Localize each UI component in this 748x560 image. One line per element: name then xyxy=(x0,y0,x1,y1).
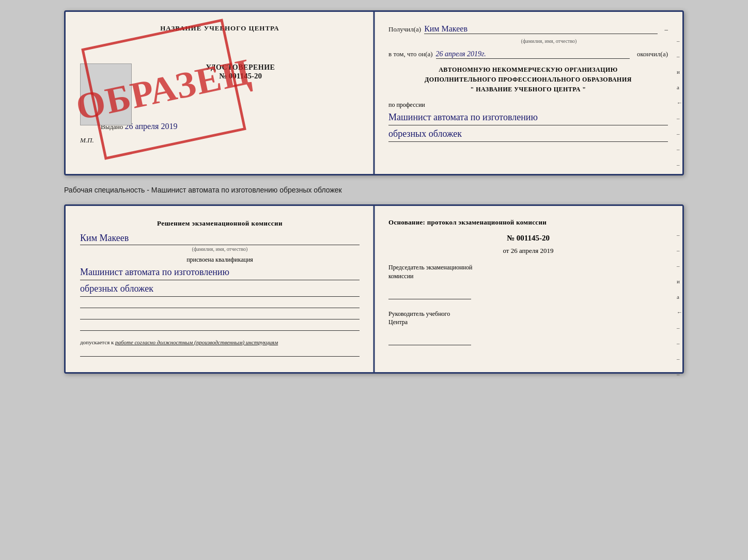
chairman-line1: Председатель экзаменационной xyxy=(388,264,472,271)
spread-2: Решением экзаменационной комиссии Ким Ма… xyxy=(64,204,684,374)
osnov-label: Основание: протокол экзаменационной коми… xyxy=(388,218,668,227)
name-subtext: (фамилия, имя, отчество) xyxy=(430,38,668,44)
spread2-left-page: Решением экзаменационной комиссии Ким Ма… xyxy=(66,206,374,372)
date-value: 26 апреля 2019г. xyxy=(436,50,630,59)
in-that-label: в том, что он(а) xyxy=(388,50,433,58)
profession-line2: обрезных обложек xyxy=(388,127,668,142)
right-marks-1: – – и а ← – – – – xyxy=(677,38,682,168)
spread1-left-page: НАЗВАНИЕ УЧЕБНОГО ЦЕНТРА УДОСТОВЕРЕНИЕ №… xyxy=(66,12,374,174)
dopusk-italic-text: работе согласно должностным (производств… xyxy=(115,339,278,345)
name-value-2: Ким Макеев xyxy=(80,233,360,245)
in-that-row: в том, что он(а) 26 апреля 2019г. окончи… xyxy=(388,50,668,59)
org-block: АВТОНОМНУЮ НЕКОММЕРЧЕСКУЮ ОРГАНИЗАЦИЮ ДО… xyxy=(388,65,668,95)
chairman-sig-line xyxy=(388,291,471,299)
received-row: Получил(а) Ким Макеев – xyxy=(388,24,668,34)
issued-block: Выдано 26 апреля 2019 xyxy=(101,122,360,131)
chairman-block: Председатель экзаменационной комиссии xyxy=(388,263,668,299)
finished-label: окончил(а) xyxy=(637,50,668,58)
chairman-line2: комиссии xyxy=(388,273,414,280)
received-name: Ким Макеев xyxy=(424,24,657,34)
doc-number: № 001145-20 xyxy=(121,72,360,81)
komissia-title: Решением экзаменационной комиссии xyxy=(80,218,360,229)
spread2-right-page: Основание: протокол экзаменационной коми… xyxy=(374,206,682,372)
date-prefix: от xyxy=(503,247,509,254)
org-line1: АВТОНОМНУЮ НЕКОММЕРЧЕСКУЮ ОРГАНИЗАЦИЮ xyxy=(388,65,668,75)
kvalif-label: присвоена квалификация xyxy=(80,256,360,264)
doc-type: УДОСТОВЕРЕНИЕ xyxy=(121,63,360,72)
director-block: Руководитель учебного Центра xyxy=(388,310,668,346)
issued-date: 26 апреля 2019 xyxy=(125,122,178,131)
date-value-2: 26 апреля 2019 xyxy=(511,247,554,254)
document-container: НАЗВАНИЕ УЧЕБНОГО ЦЕНТРА УДОСТОВЕРЕНИЕ №… xyxy=(64,10,684,374)
spread-1: НАЗВАНИЕ УЧЕБНОГО ЦЕНТРА УДОСТОВЕРЕНИЕ №… xyxy=(64,10,684,175)
blank-line-4 xyxy=(80,348,360,357)
director-label: Руководитель учебного Центра xyxy=(388,310,668,327)
spread1-right-page: Получил(а) Ким Макеев – (фамилия, имя, о… xyxy=(374,12,682,174)
kvalif-line1: Машинист автомата по изготовлению xyxy=(80,266,360,280)
org-line3: " НАЗВАНИЕ УЧЕБНОГО ЦЕНТРА " xyxy=(388,85,668,94)
kvalif-line2: обрезных обложек xyxy=(80,282,360,297)
separator-label: Рабочая специальность - Машинист автомат… xyxy=(64,184,684,196)
director-line2: Центра xyxy=(388,318,408,326)
profession-line1: Машинист автомата по изготовлению xyxy=(388,111,668,125)
right-marks-2: – – – и а ← – – – – xyxy=(677,232,682,377)
dopusk-row: допускается к работе согласно должностны… xyxy=(80,339,360,345)
blank-line-3 xyxy=(80,323,360,331)
director-sig-line xyxy=(388,337,471,345)
org-line2: ДОПОЛНИТЕЛЬНОГО ПРОФЕССИОНАЛЬНОГО ОБРАЗО… xyxy=(388,75,668,85)
dopusk-prefix: допускается к xyxy=(80,339,114,345)
training-center-title-1: НАЗВАНИЕ УЧЕБНОГО ЦЕНТРА xyxy=(80,24,360,33)
name-sub-2: (фамилия, имя, отчество) xyxy=(80,246,360,252)
protocol-number: № 001145-20 xyxy=(388,234,668,243)
director-line1: Руководитель учебного xyxy=(388,310,450,317)
blank-line-2 xyxy=(80,311,360,319)
chairman-label: Председатель экзаменационной комиссии xyxy=(388,263,668,281)
mp-label: М.П. xyxy=(80,136,360,145)
name-block-2: Ким Макеев (фамилия, имя, отчество) xyxy=(80,233,360,252)
photo-placeholder xyxy=(80,63,132,125)
received-label: Получил(а) xyxy=(388,25,421,34)
dash-1: – xyxy=(665,25,668,34)
protocol-date: от 26 апреля 2019 xyxy=(388,247,668,255)
blank-line-1 xyxy=(80,300,360,308)
profession-label: по профессии xyxy=(388,101,668,109)
